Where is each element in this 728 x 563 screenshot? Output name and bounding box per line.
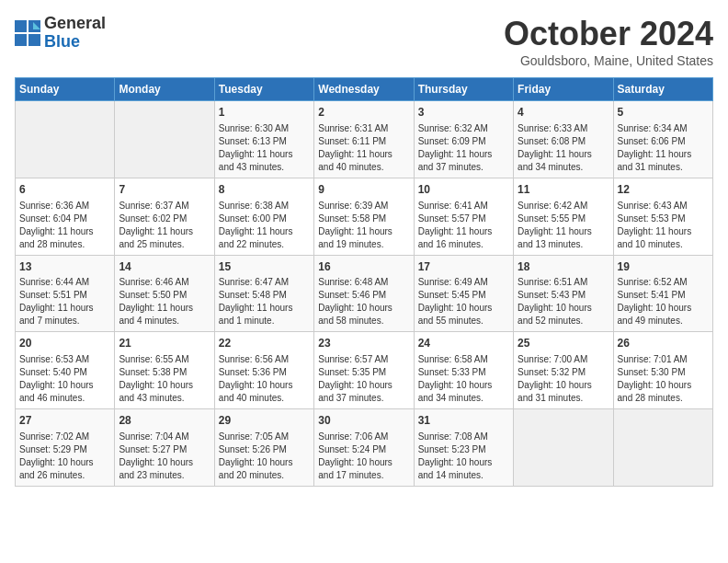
day-number: 31 xyxy=(418,413,509,429)
calendar-cell: 6Sunrise: 6:36 AM Sunset: 6:04 PM Daylig… xyxy=(16,178,115,255)
day-number: 18 xyxy=(518,259,609,275)
day-number: 17 xyxy=(418,259,509,275)
logo-general-text: General xyxy=(44,15,106,33)
day-info: Sunrise: 6:39 AM Sunset: 5:58 PM Dayligh… xyxy=(318,200,409,251)
day-info: Sunrise: 6:56 AM Sunset: 5:36 PM Dayligh… xyxy=(219,353,310,405)
day-info: Sunrise: 6:31 AM Sunset: 6:11 PM Dayligh… xyxy=(318,122,409,174)
day-number: 8 xyxy=(219,182,310,198)
day-info: Sunrise: 7:08 AM Sunset: 5:23 PM Dayligh… xyxy=(418,431,509,482)
calendar-cell: 27Sunrise: 7:02 AM Sunset: 5:29 PM Dayli… xyxy=(16,409,115,487)
day-info: Sunrise: 6:34 AM Sunset: 6:06 PM Dayligh… xyxy=(618,122,709,174)
day-info: Sunrise: 7:05 AM Sunset: 5:26 PM Dayligh… xyxy=(219,431,310,482)
day-number: 3 xyxy=(418,105,509,121)
day-number: 26 xyxy=(618,336,709,351)
svg-rect-3 xyxy=(28,34,40,46)
day-header: Monday xyxy=(115,78,214,101)
svg-rect-0 xyxy=(15,20,27,32)
day-number: 20 xyxy=(19,336,110,351)
day-number: 15 xyxy=(219,259,310,275)
calendar-week: 27Sunrise: 7:02 AM Sunset: 5:29 PM Dayli… xyxy=(16,409,713,487)
day-info: Sunrise: 6:58 AM Sunset: 5:33 PM Dayligh… xyxy=(418,353,509,405)
day-number: 25 xyxy=(518,336,609,351)
logo-blue-text: Blue xyxy=(44,33,106,52)
day-info: Sunrise: 6:30 AM Sunset: 6:13 PM Dayligh… xyxy=(219,122,310,174)
day-info: Sunrise: 7:02 AM Sunset: 5:29 PM Dayligh… xyxy=(19,431,110,482)
day-number: 9 xyxy=(318,182,409,198)
day-number: 13 xyxy=(19,259,110,275)
calendar-cell xyxy=(115,101,214,178)
calendar-week: 1Sunrise: 6:30 AM Sunset: 6:13 PM Daylig… xyxy=(16,101,713,178)
month-title: October 2024 xyxy=(504,15,713,53)
header: General Blue October 2024 Gouldsboro, Ma… xyxy=(15,15,713,68)
day-number: 29 xyxy=(219,413,310,429)
day-number: 1 xyxy=(219,105,310,121)
calendar-cell xyxy=(16,101,115,178)
day-header: Thursday xyxy=(414,78,513,101)
day-info: Sunrise: 7:00 AM Sunset: 5:32 PM Dayligh… xyxy=(518,353,609,405)
calendar-table: SundayMondayTuesdayWednesdayThursdayFrid… xyxy=(15,77,713,487)
day-number: 7 xyxy=(119,182,210,198)
calendar-cell: 2Sunrise: 6:31 AM Sunset: 6:11 PM Daylig… xyxy=(314,101,414,178)
day-info: Sunrise: 6:41 AM Sunset: 5:57 PM Dayligh… xyxy=(418,200,509,251)
calendar-cell: 10Sunrise: 6:41 AM Sunset: 5:57 PM Dayli… xyxy=(414,178,513,255)
day-number: 22 xyxy=(219,336,310,351)
day-info: Sunrise: 6:33 AM Sunset: 6:08 PM Dayligh… xyxy=(518,122,609,174)
day-number: 2 xyxy=(318,105,409,121)
day-info: Sunrise: 7:06 AM Sunset: 5:24 PM Dayligh… xyxy=(318,431,409,482)
day-info: Sunrise: 6:38 AM Sunset: 6:00 PM Dayligh… xyxy=(219,200,310,251)
day-number: 14 xyxy=(119,259,210,275)
calendar-cell: 18Sunrise: 6:51 AM Sunset: 5:43 PM Dayli… xyxy=(514,255,613,332)
day-info: Sunrise: 6:52 AM Sunset: 5:41 PM Dayligh… xyxy=(618,276,709,327)
calendar-cell: 19Sunrise: 6:52 AM Sunset: 5:41 PM Dayli… xyxy=(613,255,712,332)
day-number: 12 xyxy=(618,182,709,198)
calendar-cell: 20Sunrise: 6:53 AM Sunset: 5:40 PM Dayli… xyxy=(16,332,115,409)
day-number: 21 xyxy=(119,336,210,351)
calendar-cell: 31Sunrise: 7:08 AM Sunset: 5:23 PM Dayli… xyxy=(414,409,513,487)
calendar-cell: 13Sunrise: 6:44 AM Sunset: 5:51 PM Dayli… xyxy=(16,255,115,332)
day-header: Tuesday xyxy=(214,78,313,101)
calendar-cell: 17Sunrise: 6:49 AM Sunset: 5:45 PM Dayli… xyxy=(414,255,513,332)
day-info: Sunrise: 6:46 AM Sunset: 5:50 PM Dayligh… xyxy=(119,276,210,327)
day-number: 23 xyxy=(318,336,409,351)
calendar-cell: 30Sunrise: 7:06 AM Sunset: 5:24 PM Dayli… xyxy=(314,409,414,487)
calendar-cell: 26Sunrise: 7:01 AM Sunset: 5:30 PM Dayli… xyxy=(613,332,712,409)
calendar-cell: 16Sunrise: 6:48 AM Sunset: 5:46 PM Dayli… xyxy=(314,255,414,332)
day-number: 6 xyxy=(19,182,110,198)
calendar-header: SundayMondayTuesdayWednesdayThursdayFrid… xyxy=(16,78,713,101)
title-area: October 2024 Gouldsboro, Maine, United S… xyxy=(504,15,713,68)
day-info: Sunrise: 6:51 AM Sunset: 5:43 PM Dayligh… xyxy=(518,276,609,327)
calendar-cell: 4Sunrise: 6:33 AM Sunset: 6:08 PM Daylig… xyxy=(514,101,613,178)
calendar-cell xyxy=(514,409,613,487)
calendar-cell: 15Sunrise: 6:47 AM Sunset: 5:48 PM Dayli… xyxy=(214,255,313,332)
day-number: 30 xyxy=(318,413,409,429)
calendar-week: 20Sunrise: 6:53 AM Sunset: 5:40 PM Dayli… xyxy=(16,332,713,409)
calendar-week: 13Sunrise: 6:44 AM Sunset: 5:51 PM Dayli… xyxy=(16,255,713,332)
calendar-cell: 29Sunrise: 7:05 AM Sunset: 5:26 PM Dayli… xyxy=(214,409,313,487)
day-number: 16 xyxy=(318,259,409,275)
calendar-week: 6Sunrise: 6:36 AM Sunset: 6:04 PM Daylig… xyxy=(16,178,713,255)
calendar-cell: 9Sunrise: 6:39 AM Sunset: 5:58 PM Daylig… xyxy=(314,178,414,255)
day-info: Sunrise: 6:32 AM Sunset: 6:09 PM Dayligh… xyxy=(418,122,509,174)
day-number: 10 xyxy=(418,182,509,198)
calendar-cell: 24Sunrise: 6:58 AM Sunset: 5:33 PM Dayli… xyxy=(414,332,513,409)
calendar-cell: 3Sunrise: 6:32 AM Sunset: 6:09 PM Daylig… xyxy=(414,101,513,178)
day-info: Sunrise: 6:49 AM Sunset: 5:45 PM Dayligh… xyxy=(418,276,509,327)
day-info: Sunrise: 6:37 AM Sunset: 6:02 PM Dayligh… xyxy=(119,200,210,251)
header-row: SundayMondayTuesdayWednesdayThursdayFrid… xyxy=(16,78,713,101)
calendar-cell: 7Sunrise: 6:37 AM Sunset: 6:02 PM Daylig… xyxy=(115,178,214,255)
day-number: 5 xyxy=(618,105,709,121)
day-info: Sunrise: 7:01 AM Sunset: 5:30 PM Dayligh… xyxy=(618,353,709,405)
day-info: Sunrise: 6:47 AM Sunset: 5:48 PM Dayligh… xyxy=(219,276,310,327)
logo-icon xyxy=(15,20,40,46)
day-header: Wednesday xyxy=(314,78,414,101)
day-number: 24 xyxy=(418,336,509,351)
calendar-cell: 23Sunrise: 6:57 AM Sunset: 5:35 PM Dayli… xyxy=(314,332,414,409)
day-info: Sunrise: 6:57 AM Sunset: 5:35 PM Dayligh… xyxy=(318,353,409,405)
day-number: 19 xyxy=(618,259,709,275)
day-number: 4 xyxy=(518,105,609,121)
day-number: 27 xyxy=(19,413,110,429)
day-info: Sunrise: 6:44 AM Sunset: 5:51 PM Dayligh… xyxy=(19,276,110,327)
svg-rect-2 xyxy=(15,34,27,46)
calendar-cell xyxy=(613,409,712,487)
day-number: 11 xyxy=(518,182,609,198)
